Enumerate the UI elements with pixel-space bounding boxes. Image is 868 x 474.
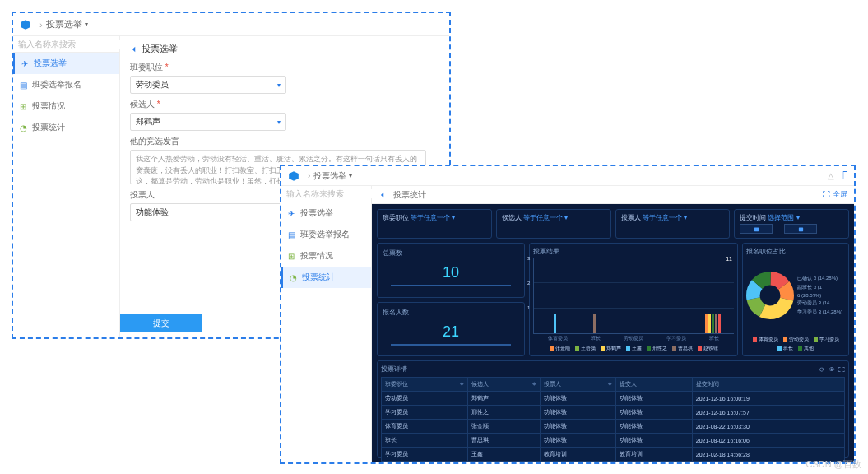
filter-row: 班委职位 等于任意一个 ▾ 候选人 等于任意一个 ▾ 投票人 等于任意一个 ▾ … <box>377 209 849 239</box>
bell-icon[interactable]: △ <box>828 171 834 180</box>
sidebar: ✈投票选举 ▤班委选举报名 ⊞投票情况 ◔投票统计 <box>13 36 120 337</box>
search-input[interactable] <box>18 40 123 49</box>
col-candidate[interactable]: 候选人◆ <box>468 378 541 392</box>
filter-date[interactable]: 提交时间 选择范围 ▾ — <box>734 209 849 239</box>
nav-stats[interactable]: ◔投票统计 <box>13 117 119 138</box>
search-box <box>13 36 119 53</box>
bar-chart: 投票结果 11 1 2 3 <box>529 243 738 356</box>
dashboard: 班委职位 等于任意一个 ▾ 候选人 等于任意一个 ▾ 投票人 等于任意一个 ▾ … <box>372 204 854 462</box>
candidate-select[interactable]: 郑鹤声▾ <box>130 113 286 131</box>
avatar-icon[interactable]: ⎾ <box>839 171 847 180</box>
fullscreen-button[interactable]: ⛶ 全屏 <box>823 189 847 200</box>
table-icon: ⊞ <box>288 252 296 260</box>
breadcrumb[interactable]: 投票选举 <box>46 18 82 30</box>
speech-label: 他的竞选发言 <box>130 136 439 147</box>
nav-signup-b[interactable]: ▤班委选举报名 <box>281 224 371 245</box>
nav-vote-b[interactable]: ✈投票选举 <box>281 202 371 224</box>
table-row[interactable]: 学习委员王鑫教育培训教育培训2021-02-18 14:56:28 <box>382 448 845 462</box>
back-icon[interactable] <box>130 45 138 53</box>
dashboard-title: 投票统计 <box>393 189 426 201</box>
bar-legend: 张金顺 王语嫣 郑鹤声 王鑫 邢性之 曹思琪 赵铁锤 <box>533 345 734 352</box>
table-icon: ⊞ <box>20 102 28 110</box>
calendar-icon <box>798 226 804 232</box>
cube-icon <box>20 19 31 30</box>
watermark: CSDN @百数 <box>806 458 861 471</box>
col-time[interactable]: 提交时间 <box>692 378 844 392</box>
nav-stats-b[interactable]: ◔投票统计 <box>281 267 371 288</box>
table-row[interactable]: 劳动委员郑鹤声功能体验功能体验2021-12-16 16:00:19 <box>382 392 845 406</box>
breadcrumb[interactable]: 投票选举 <box>313 170 346 182</box>
eye-icon[interactable]: 👁 <box>829 366 835 374</box>
cube-icon <box>288 170 299 182</box>
search-box-b <box>281 186 371 202</box>
col-voter[interactable]: 投票人◆ <box>540 378 616 392</box>
col-position[interactable]: 班委职位◆ <box>382 378 468 392</box>
col-submitter[interactable]: 提交人 <box>616 378 693 392</box>
position-select[interactable]: 劳动委员▾ <box>130 76 286 94</box>
calendar-icon <box>754 226 759 232</box>
paper-plane-icon: ✈ <box>21 59 30 67</box>
sidebar-b: ✈投票选举 ▤班委选举报名 ⊞投票情况 ◔投票统计 <box>281 186 372 462</box>
table-row[interactable]: 学习委员邢性之功能体验功能体验2021-12-16 15:07:57 <box>382 406 845 420</box>
table-toolbar: ⟳ 👁 ⛶ <box>819 366 845 374</box>
submit-button[interactable]: 提交 <box>120 314 202 332</box>
breadcrumb-bar-b: › 投票选举 ▾ △ ⎾ <box>281 166 854 186</box>
svg-rect-5 <box>799 227 803 231</box>
pie-chart: 报名职位占比 已确认 3 (14.28%) <box>742 243 849 356</box>
dashboard-main: 投票统计 ⛶ 全屏 班委职位 等于任意一个 ▾ 候选人 等于任意一个 ▾ 投票人… <box>372 186 854 462</box>
form-title: 投票选举 <box>142 43 178 55</box>
nav-status[interactable]: ⊞投票情况 <box>13 95 119 117</box>
kpi-signups: 报名人数21 <box>377 302 525 357</box>
pie-svg <box>746 272 794 319</box>
chevron-down-icon: ▾ <box>277 81 281 89</box>
paper-plane-icon: ✈ <box>288 209 296 217</box>
dashboard-panel: › 投票选举 ▾ △ ⎾ ✈投票选举 ▤班委选举报名 ⊞投票情况 ◔投票统计 投… <box>280 165 856 464</box>
dropdown-caret-icon[interactable]: ▾ <box>349 172 352 179</box>
chevron-right-icon: › <box>308 171 310 180</box>
form-icon: ▤ <box>288 230 296 239</box>
nav-signup[interactable]: ▤班委选举报名 <box>13 74 119 95</box>
filter-position[interactable]: 班委职位 等于任意一个 ▾ <box>377 209 492 239</box>
candidate-label: 候选人 * <box>130 99 439 110</box>
refresh-icon[interactable]: ⟳ <box>819 366 825 374</box>
table-row[interactable]: 班长曹思琪功能体验功能体验2021-08-02 16:16:06 <box>382 434 845 448</box>
svg-rect-4 <box>754 227 759 231</box>
table-card: 投票详情 ⟳ 👁 ⛶ 班委职位◆ 候选人◆ 投票人◆ 提交人 <box>377 360 849 458</box>
dropdown-caret-icon[interactable]: ▾ <box>85 21 88 28</box>
filter-voter[interactable]: 投票人 等于任意一个 ▾ <box>615 209 731 239</box>
table-row[interactable]: 体育委员张金顺功能体验功能体验2021-08-22 16:03:30 <box>382 420 845 434</box>
filter-candidate[interactable]: 候选人 等于任意一个 ▾ <box>496 209 611 239</box>
bar-chart-area: 11 1 2 3 <box>533 258 734 334</box>
form-icon: ▤ <box>20 81 28 89</box>
nav-status-b[interactable]: ⊞投票情况 <box>281 245 371 267</box>
svg-point-11 <box>753 278 787 312</box>
chevron-down-icon: ▾ <box>277 118 281 126</box>
table-title: 投票详情 <box>381 365 407 374</box>
chart-icon: ◔ <box>20 123 28 132</box>
kpi-total: 总票数10 <box>377 243 525 298</box>
position-label: 班委职位 * <box>130 62 439 73</box>
chevron-right-icon: › <box>39 20 43 30</box>
nav-vote[interactable]: ✈投票选举 <box>13 53 119 74</box>
breadcrumb-bar: › 投票选举 ▾ <box>13 13 449 36</box>
expand-icon[interactable]: ⛶ <box>838 366 845 374</box>
pie-legend: 体育委员 劳动委员 学习委员 班长 其他 <box>746 336 845 352</box>
chart-icon: ◔ <box>290 273 298 281</box>
back-icon-b[interactable] <box>378 191 387 199</box>
details-table: 班委职位◆ 候选人◆ 投票人◆ 提交人 提交时间 劳动委员郑鹤声功能体验功能体验… <box>381 377 845 462</box>
